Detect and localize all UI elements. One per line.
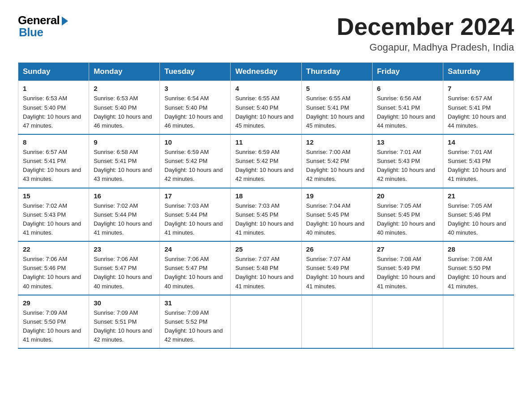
calendar-cell: 23 Sunrise: 7:06 AMSunset: 5:47 PMDaylig…: [89, 241, 160, 295]
calendar-cell: 10 Sunrise: 6:59 AMSunset: 5:42 PMDaylig…: [160, 134, 231, 188]
day-info: Sunrise: 7:09 AMSunset: 5:51 PMDaylight:…: [94, 309, 152, 343]
calendar-cell: 3 Sunrise: 6:54 AMSunset: 5:40 PMDayligh…: [160, 81, 231, 134]
column-header-tuesday: Tuesday: [160, 63, 231, 81]
day-info: Sunrise: 7:01 AMSunset: 5:43 PMDaylight:…: [448, 149, 506, 182]
day-number: 9: [94, 138, 155, 146]
day-info: Sunrise: 7:09 AMSunset: 5:52 PMDaylight:…: [164, 309, 223, 343]
calendar-cell: [301, 295, 372, 349]
day-info: Sunrise: 7:08 AMSunset: 5:49 PMDaylight:…: [377, 256, 435, 289]
day-number: 12: [306, 138, 368, 146]
calendar-cell: 25 Sunrise: 7:07 AMSunset: 5:48 PMDaylig…: [231, 241, 301, 295]
calendar-cell: 24 Sunrise: 7:06 AMSunset: 5:47 PMDaylig…: [160, 241, 231, 295]
week-row-5: 29 Sunrise: 7:09 AMSunset: 5:50 PMDaylig…: [18, 295, 514, 349]
day-info: Sunrise: 6:58 AMSunset: 5:41 PMDaylight:…: [94, 149, 152, 182]
day-info: Sunrise: 6:57 AMSunset: 5:41 PMDaylight:…: [448, 95, 506, 128]
day-info: Sunrise: 7:04 AMSunset: 5:45 PMDaylight:…: [306, 202, 365, 236]
month-title: December 2024: [337, 13, 514, 40]
calendar-cell: 19 Sunrise: 7:04 AMSunset: 5:45 PMDaylig…: [301, 188, 372, 242]
calendar-cell: 29 Sunrise: 7:09 AMSunset: 5:50 PMDaylig…: [18, 295, 89, 349]
day-info: Sunrise: 7:00 AMSunset: 5:42 PMDaylight:…: [306, 149, 365, 182]
calendar-cell: 6 Sunrise: 6:56 AMSunset: 5:41 PMDayligh…: [372, 81, 443, 134]
calendar-cell: 14 Sunrise: 7:01 AMSunset: 5:43 PMDaylig…: [443, 134, 514, 188]
day-number: 18: [235, 192, 296, 200]
column-header-friday: Friday: [372, 63, 443, 81]
calendar-cell: [443, 295, 514, 349]
calendar-cell: 15 Sunrise: 7:02 AMSunset: 5:43 PMDaylig…: [18, 188, 89, 242]
day-info: Sunrise: 6:56 AMSunset: 5:41 PMDaylight:…: [377, 95, 435, 128]
day-number: 14: [448, 138, 509, 146]
calendar-cell: 2 Sunrise: 6:53 AMSunset: 5:40 PMDayligh…: [89, 81, 160, 134]
day-number: 13: [377, 138, 438, 146]
day-info: Sunrise: 6:53 AMSunset: 5:40 PMDaylight:…: [94, 95, 152, 128]
day-number: 25: [235, 245, 296, 253]
day-info: Sunrise: 7:06 AMSunset: 5:46 PMDaylight:…: [23, 256, 81, 289]
column-header-monday: Monday: [89, 63, 160, 81]
calendar-table: SundayMondayTuesdayWednesdayThursdayFrid…: [18, 62, 514, 349]
calendar-cell: 1 Sunrise: 6:53 AMSunset: 5:40 PMDayligh…: [18, 81, 89, 134]
calendar-cell: 7 Sunrise: 6:57 AMSunset: 5:41 PMDayligh…: [443, 81, 514, 134]
calendar-cell: 26 Sunrise: 7:07 AMSunset: 5:49 PMDaylig…: [301, 241, 372, 295]
calendar-cell: 21 Sunrise: 7:05 AMSunset: 5:46 PMDaylig…: [443, 188, 514, 242]
column-header-saturday: Saturday: [443, 63, 514, 81]
calendar-cell: [231, 295, 301, 349]
day-number: 5: [306, 85, 368, 92]
calendar-cell: 4 Sunrise: 6:55 AMSunset: 5:40 PMDayligh…: [231, 81, 301, 134]
column-header-sunday: Sunday: [18, 63, 89, 81]
day-info: Sunrise: 7:01 AMSunset: 5:43 PMDaylight:…: [377, 149, 435, 182]
day-info: Sunrise: 7:06 AMSunset: 5:47 PMDaylight:…: [94, 256, 152, 289]
day-info: Sunrise: 6:53 AMSunset: 5:40 PMDaylight:…: [23, 95, 81, 128]
logo-arrow-icon: [62, 17, 68, 26]
day-number: 16: [94, 192, 155, 200]
day-number: 27: [377, 245, 438, 253]
day-info: Sunrise: 7:03 AMSunset: 5:44 PMDaylight:…: [164, 202, 223, 236]
calendar-cell: 16 Sunrise: 7:02 AMSunset: 5:44 PMDaylig…: [89, 188, 160, 242]
calendar-cell: 12 Sunrise: 7:00 AMSunset: 5:42 PMDaylig…: [301, 134, 372, 188]
day-number: 23: [94, 245, 155, 253]
day-info: Sunrise: 7:08 AMSunset: 5:50 PMDaylight:…: [448, 256, 506, 289]
week-row-2: 8 Sunrise: 6:57 AMSunset: 5:41 PMDayligh…: [18, 134, 514, 188]
title-block: December 2024 Gogapur, Madhya Pradesh, I…: [337, 13, 514, 53]
day-info: Sunrise: 7:02 AMSunset: 5:43 PMDaylight:…: [23, 202, 81, 236]
day-number: 10: [164, 138, 226, 146]
day-info: Sunrise: 6:59 AMSunset: 5:42 PMDaylight:…: [235, 149, 293, 182]
day-info: Sunrise: 6:55 AMSunset: 5:40 PMDaylight:…: [235, 95, 293, 128]
calendar-cell: 30 Sunrise: 7:09 AMSunset: 5:51 PMDaylig…: [89, 295, 160, 349]
day-number: 8: [23, 138, 84, 146]
day-info: Sunrise: 7:09 AMSunset: 5:50 PMDaylight:…: [23, 309, 81, 343]
week-row-1: 1 Sunrise: 6:53 AMSunset: 5:40 PMDayligh…: [18, 81, 514, 134]
calendar-cell: 31 Sunrise: 7:09 AMSunset: 5:52 PMDaylig…: [160, 295, 231, 349]
calendar-cell: 5 Sunrise: 6:55 AMSunset: 5:41 PMDayligh…: [301, 81, 372, 134]
day-info: Sunrise: 6:57 AMSunset: 5:41 PMDaylight:…: [23, 149, 81, 182]
calendar-cell: 22 Sunrise: 7:06 AMSunset: 5:46 PMDaylig…: [18, 241, 89, 295]
day-number: 4: [235, 85, 296, 92]
day-info: Sunrise: 7:07 AMSunset: 5:48 PMDaylight:…: [235, 256, 293, 289]
calendar-cell: 17 Sunrise: 7:03 AMSunset: 5:44 PMDaylig…: [160, 188, 231, 242]
calendar-cell: 11 Sunrise: 6:59 AMSunset: 5:42 PMDaylig…: [231, 134, 301, 188]
day-number: 31: [164, 299, 226, 307]
day-info: Sunrise: 7:05 AMSunset: 5:46 PMDaylight:…: [448, 202, 506, 236]
calendar-cell: 18 Sunrise: 7:03 AMSunset: 5:45 PMDaylig…: [231, 188, 301, 242]
day-info: Sunrise: 7:05 AMSunset: 5:45 PMDaylight:…: [377, 202, 435, 236]
calendar-cell: 27 Sunrise: 7:08 AMSunset: 5:49 PMDaylig…: [372, 241, 443, 295]
calendar-cell: 8 Sunrise: 6:57 AMSunset: 5:41 PMDayligh…: [18, 134, 89, 188]
day-info: Sunrise: 7:03 AMSunset: 5:45 PMDaylight:…: [235, 202, 293, 236]
day-number: 11: [235, 138, 296, 146]
week-row-4: 22 Sunrise: 7:06 AMSunset: 5:46 PMDaylig…: [18, 241, 514, 295]
day-number: 19: [306, 192, 368, 200]
day-number: 21: [448, 192, 509, 200]
day-number: 2: [94, 85, 155, 92]
day-number: 20: [377, 192, 438, 200]
logo-blue-text: Blue: [19, 26, 43, 39]
calendar-cell: 9 Sunrise: 6:58 AMSunset: 5:41 PMDayligh…: [89, 134, 160, 188]
day-number: 30: [94, 299, 155, 307]
logo: General Blue: [18, 13, 68, 39]
day-number: 17: [164, 192, 226, 200]
day-number: 24: [164, 245, 226, 253]
day-number: 15: [23, 192, 84, 200]
day-number: 7: [448, 85, 509, 92]
day-info: Sunrise: 6:59 AMSunset: 5:42 PMDaylight:…: [164, 149, 223, 182]
calendar-cell: 13 Sunrise: 7:01 AMSunset: 5:43 PMDaylig…: [372, 134, 443, 188]
day-number: 3: [164, 85, 226, 92]
day-number: 1: [23, 85, 84, 92]
day-info: Sunrise: 6:54 AMSunset: 5:40 PMDaylight:…: [164, 95, 223, 128]
